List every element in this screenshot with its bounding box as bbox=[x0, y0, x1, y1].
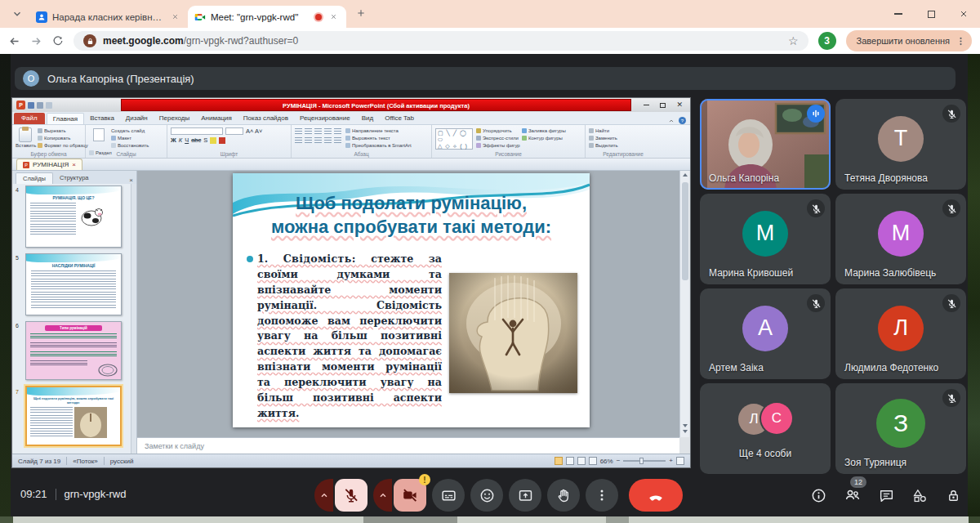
new-slide-button[interactable] bbox=[89, 127, 109, 142]
bookmark-star-icon[interactable]: ☆ bbox=[788, 35, 799, 47]
ribbon-tab-home[interactable]: Главная bbox=[47, 113, 84, 124]
address-bar[interactable]: meet.google.com/grn-vpgk-rwd?authuser=0 … bbox=[74, 31, 808, 51]
shape-outline-button[interactable]: Контур фигуры bbox=[522, 134, 581, 141]
ribbon-tab-view[interactable]: Вид bbox=[356, 113, 379, 124]
ribbon-tab-review[interactable]: Рецензирование bbox=[294, 113, 356, 124]
participant-tile[interactable]: М Марина Кривошей bbox=[700, 194, 831, 284]
ribbon-tab-file[interactable]: Файл bbox=[14, 113, 45, 124]
site-info-icon[interactable] bbox=[83, 34, 96, 47]
tab-search-button[interactable] bbox=[7, 3, 28, 25]
slide-thumbnail-6[interactable]: Типи румінацій bbox=[25, 321, 122, 380]
copy-button[interactable]: Копировать bbox=[38, 134, 82, 141]
document-close-icon[interactable]: × bbox=[72, 161, 76, 168]
save-icon[interactable] bbox=[28, 102, 34, 109]
layout-button[interactable]: Макет bbox=[111, 134, 163, 141]
font-size-box[interactable] bbox=[225, 127, 243, 135]
participant-tile-overflow[interactable]: Л С Ще 4 особи bbox=[700, 383, 831, 474]
ribbon-tab-slideshow[interactable]: Показ слайдов bbox=[238, 113, 294, 124]
replace-button[interactable]: Заменить bbox=[589, 134, 657, 141]
redo-icon[interactable] bbox=[46, 102, 52, 109]
align-buttons[interactable] bbox=[295, 136, 345, 145]
find-button[interactable]: Найти bbox=[589, 127, 657, 134]
document-tab[interactable]: P РУМІНАЦІЯ × bbox=[16, 159, 82, 170]
slide-thumbnail-5[interactable]: НАСЛІДКИ РУМІНАЦІЇ bbox=[25, 253, 122, 315]
zoom-in-button[interactable]: + bbox=[669, 458, 673, 464]
ppt-minimize-icon[interactable] bbox=[644, 105, 649, 105]
ribbon-tab-animation[interactable]: Анимация bbox=[195, 113, 238, 124]
select-button[interactable]: Выделить bbox=[589, 141, 657, 149]
slide-thumbnail-7-current[interactable]: Щоб подолати румінацію, можна спробувати… bbox=[25, 386, 122, 446]
arrange-button[interactable]: Упорядочить bbox=[476, 127, 519, 134]
ribbon-tab-officetab[interactable]: Office Tab bbox=[379, 113, 420, 124]
view-normal-button[interactable] bbox=[555, 457, 563, 465]
more-options-button[interactable] bbox=[586, 479, 618, 512]
reload-button[interactable] bbox=[52, 35, 64, 47]
font-name-box[interactable] bbox=[171, 127, 223, 135]
zoom-out-button[interactable]: − bbox=[617, 458, 621, 464]
mic-options-chevron[interactable] bbox=[314, 479, 333, 512]
profile-avatar[interactable]: 3 bbox=[818, 32, 836, 50]
undo-icon[interactable] bbox=[37, 102, 43, 109]
tab-close-icon[interactable] bbox=[168, 11, 181, 24]
shape-effects-button[interactable]: Эффекты фигур bbox=[476, 141, 581, 149]
end-call-button[interactable] bbox=[629, 479, 683, 512]
list-buttons[interactable] bbox=[295, 127, 345, 136]
cut-button[interactable]: Вырезать bbox=[38, 127, 82, 134]
ppt-restore-icon[interactable] bbox=[660, 103, 666, 108]
participant-tile-video[interactable]: Ольга Капоріна bbox=[700, 99, 831, 190]
minimize-button[interactable] bbox=[882, 0, 915, 28]
activities-button[interactable] bbox=[912, 488, 928, 503]
format-painter-button[interactable]: Формат по образцу bbox=[38, 141, 82, 149]
pane-scrollbar[interactable] bbox=[131, 184, 136, 454]
forward-button[interactable] bbox=[30, 35, 42, 47]
participant-tile[interactable]: Т Тетяна Дворянова bbox=[835, 99, 966, 190]
fit-to-window-button[interactable] bbox=[676, 457, 684, 465]
help-icon[interactable]: ? bbox=[679, 117, 686, 124]
participant-tile[interactable]: М Марина Залюбівець bbox=[835, 194, 966, 284]
tab-active-meet[interactable]: Meet: "grn-vpgk-rwd" bbox=[188, 6, 346, 28]
tab-close-icon[interactable] bbox=[327, 11, 340, 24]
chat-button[interactable] bbox=[879, 488, 894, 503]
ribbon-tab-insert[interactable]: Вставка bbox=[84, 113, 120, 124]
font-style-buttons[interactable]: ЖКЧabcS bbox=[171, 136, 287, 145]
participant-tile[interactable]: З Зоя Туряниця bbox=[835, 383, 966, 474]
meeting-details-button[interactable] bbox=[811, 488, 826, 503]
pane-tab-outline[interactable]: Структура bbox=[53, 172, 96, 184]
align-text-button[interactable]: Выровнять текст bbox=[345, 134, 428, 141]
view-sorter-button[interactable] bbox=[566, 457, 574, 465]
participant-tile[interactable]: Л Людмила Федотенко bbox=[835, 288, 966, 379]
host-controls-button[interactable] bbox=[946, 488, 961, 503]
text-direction-button[interactable]: Направление текста bbox=[345, 127, 428, 134]
shapes-gallery[interactable]: ▢ ╲ ╱ ◯ ⬭△ ◇ ⟡ ( ) bbox=[435, 128, 473, 150]
pane-close-icon[interactable]: × bbox=[126, 177, 136, 184]
update-chrome-button[interactable]: Завершити оновлення bbox=[846, 30, 972, 51]
zoom-slider[interactable] bbox=[623, 460, 666, 462]
camera-toggle-button[interactable]: ! bbox=[394, 479, 426, 512]
slide-scrollbar[interactable] bbox=[679, 171, 689, 437]
view-reading-button[interactable] bbox=[577, 457, 586, 465]
slide-thumbnail-4[interactable]: РУМІНАЦІЯ. ЩО ЦЕ? bbox=[25, 186, 122, 248]
notes-area[interactable]: Заметки к слайду bbox=[137, 437, 679, 454]
participant-tile[interactable]: А Артем Заіка bbox=[700, 288, 831, 379]
smartart-button[interactable]: Преобразовать в SmartArt bbox=[345, 141, 428, 149]
tab-inactive[interactable]: Нарада класних керівників bbox=[29, 6, 188, 28]
mic-toggle-button[interactable] bbox=[335, 479, 368, 512]
participants-button[interactable]: 12 bbox=[844, 487, 861, 503]
ribbon-tab-transitions[interactable]: Переходы bbox=[154, 113, 196, 124]
raise-hand-button[interactable] bbox=[547, 479, 580, 512]
view-slideshow-button[interactable] bbox=[589, 457, 597, 465]
new-tab-button[interactable] bbox=[351, 3, 371, 23]
back-button[interactable] bbox=[8, 35, 20, 47]
pane-tab-slides[interactable]: Слайды bbox=[16, 172, 53, 184]
minimize-ribbon-icon[interactable] bbox=[668, 118, 675, 124]
new-slide-label[interactable]: Создать слайд bbox=[111, 127, 163, 134]
reset-button[interactable]: Восстановить bbox=[111, 141, 163, 149]
close-button[interactable] bbox=[947, 0, 980, 28]
shape-fill-button[interactable]: Заливка фигуры bbox=[522, 127, 581, 134]
ribbon-tab-design[interactable]: Дизайн bbox=[120, 113, 154, 124]
paste-button[interactable]: Вставить bbox=[16, 127, 35, 148]
captions-button[interactable] bbox=[432, 479, 465, 512]
present-button[interactable] bbox=[509, 479, 541, 512]
ppt-close-icon[interactable]: ✕ bbox=[676, 101, 683, 109]
quick-styles-button[interactable]: Экспресс-стили bbox=[476, 134, 519, 141]
